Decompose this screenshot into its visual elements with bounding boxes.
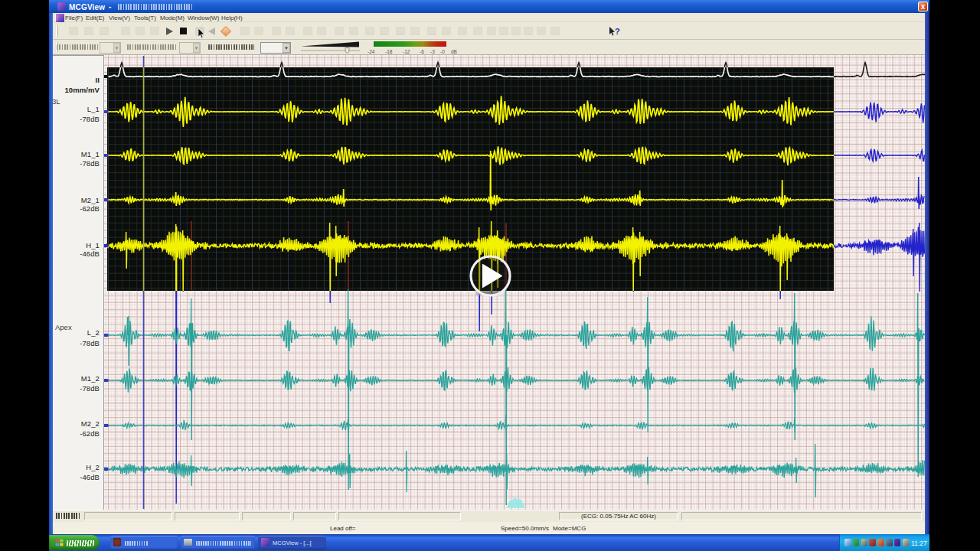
svg-text:?: ?	[615, 27, 620, 36]
